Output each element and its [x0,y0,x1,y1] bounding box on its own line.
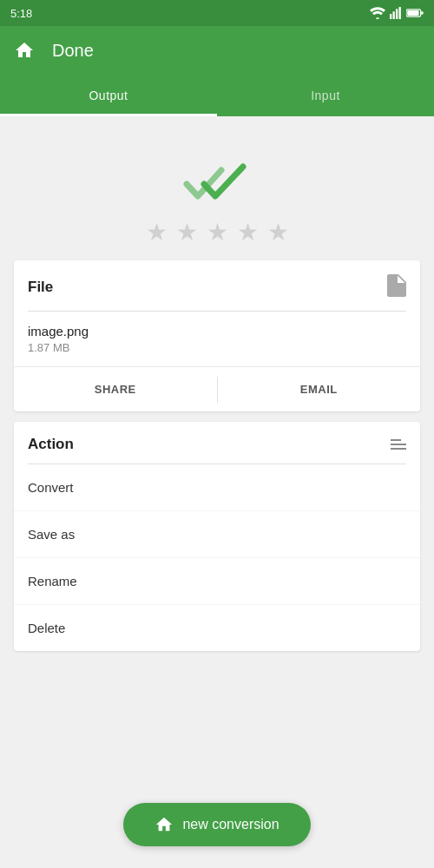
file-card-header: File [14,260,420,311]
star-2[interactable]: ★ [176,218,198,247]
home-icon[interactable] [14,40,35,61]
top-bar-title: Done [52,41,94,61]
star-1[interactable]: ★ [146,218,168,247]
new-conversion-home-icon [155,815,174,834]
share-button[interactable]: SHARE [14,371,217,408]
check-area: ★ ★ ★ ★ ★ [14,134,420,260]
file-card-title: File [28,279,53,296]
svg-rect-2 [396,9,398,19]
tab-output[interactable]: Output [0,75,217,116]
signal-icon [390,7,402,19]
svg-rect-1 [393,11,395,19]
file-info: image.png 1.87 MB [14,312,420,366]
wifi-icon [370,7,385,19]
svg-rect-3 [399,7,401,19]
star-4[interactable]: ★ [237,218,259,247]
file-card-actions: SHARE EMAIL [14,366,420,411]
file-card: File image.png 1.87 MB SHARE EMAIL [14,260,420,411]
file-icon [387,274,406,297]
stars: ★ ★ ★ ★ ★ [146,218,289,247]
svg-rect-6 [407,10,418,16]
action-card: Action Convert Save as Rename Delete [14,422,420,651]
svg-rect-0 [390,14,391,19]
tab-input[interactable]: Input [217,75,434,116]
battery-icon [406,8,424,18]
action-convert[interactable]: Convert [14,464,420,511]
svg-rect-5 [421,11,424,14]
star-3[interactable]: ★ [207,218,228,247]
file-card-icon [387,274,406,300]
double-check-icon [174,151,260,207]
main-content: ★ ★ ★ ★ ★ File image.png 1.87 MB SHARE E… [0,116,434,679]
action-list: Convert Save as Rename Delete [14,464,420,651]
star-5[interactable]: ★ [267,218,289,247]
status-time: 5:18 [10,7,32,20]
tabs: Output Input [0,75,434,116]
action-delete[interactable]: Delete [14,605,420,651]
action-save-as[interactable]: Save as [14,511,420,558]
list-icon [391,439,406,450]
file-size: 1.87 MB [28,341,406,354]
new-conversion-label: new conversion [182,817,279,832]
top-bar: Done [0,26,434,75]
action-rename[interactable]: Rename [14,558,420,605]
new-conversion-button[interactable]: new conversion [123,803,310,846]
file-name: image.png [28,324,406,339]
action-card-title: Action [28,436,74,453]
status-bar: 5:18 [0,0,434,26]
bottom-area: new conversion [0,781,434,868]
status-icons [370,7,424,19]
email-button[interactable]: EMAIL [218,371,421,408]
action-card-header: Action [14,422,420,464]
